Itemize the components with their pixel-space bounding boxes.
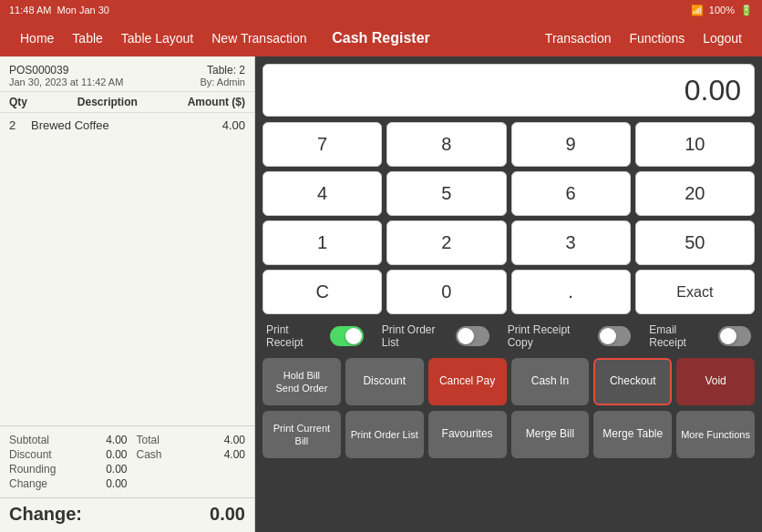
col-amount: Amount ($): [188, 96, 245, 108]
key-6[interactable]: 6: [511, 171, 631, 216]
item-desc: Brewed Coffee: [27, 118, 222, 132]
nav-table-layout[interactable]: Table Layout: [112, 20, 202, 56]
receipt-column-headers: Qty Description Amount ($): [0, 92, 254, 113]
merge-table-button[interactable]: Merge Table: [593, 411, 672, 458]
key-decimal[interactable]: .: [511, 270, 631, 314]
top-nav: Home Table Table Layout New Transaction …: [0, 20, 762, 56]
change2-label: [128, 463, 187, 476]
key-10[interactable]: 10: [635, 122, 755, 167]
nav-logout[interactable]: Logout: [694, 20, 751, 56]
rounding-label: Rounding: [9, 463, 68, 476]
key-1[interactable]: 1: [263, 220, 382, 265]
receipt-panel: POS000039 Table: 2 Jan 30, 2023 at 11:42…: [0, 56, 255, 532]
nav-transaction[interactable]: Transaction: [536, 20, 621, 56]
receipt-items-list: 2 Brewed Coffee 4.00: [0, 113, 254, 425]
time: 11:48 AM: [9, 5, 51, 15]
subtotal-value: 4.00: [68, 434, 128, 446]
toggles-row: Print Receipt Print Order List Print Rec…: [263, 320, 755, 353]
void-button[interactable]: Void: [676, 358, 755, 405]
discount-label: Discount: [9, 448, 68, 461]
col-description: Description: [77, 96, 138, 108]
print-current-bill-button[interactable]: Print Current Bill: [263, 411, 341, 458]
print-order-list-label: Print Order List: [382, 323, 448, 349]
favourites-button[interactable]: Favourites: [428, 411, 507, 458]
key-4[interactable]: 4: [263, 171, 382, 216]
discount-value: 0.00: [68, 448, 128, 461]
toggle-print-order-list: Print Order List: [382, 323, 489, 349]
col-qty: Qty: [9, 96, 27, 108]
toggle-print-receipt-copy: Print Receipt Copy: [508, 323, 632, 349]
app-title: Cash Register: [332, 30, 430, 46]
status-bar: 11:48 AM Mon Jan 30 📶 100% 🔋: [0, 0, 762, 20]
print-receipt-label: Print Receipt: [266, 323, 323, 349]
toggle-email-receipt: Email Receipt: [649, 323, 751, 349]
change-label: Change:: [9, 504, 82, 525]
key-2[interactable]: 2: [386, 220, 506, 265]
key-50[interactable]: 50: [635, 220, 755, 265]
total-label: Total: [128, 434, 187, 446]
key-exact[interactable]: Exact: [635, 270, 755, 314]
item-amount: 4.00: [222, 118, 245, 132]
total-value: 4.00: [186, 434, 245, 446]
receipt-datetime: Jan 30, 2023 at 11:42 AM: [9, 77, 123, 87]
nav-home[interactable]: Home: [11, 20, 63, 56]
table-number: Table: 2: [207, 64, 245, 77]
action-buttons-row1: Hold BillSend Order Discount Cancel Pay …: [263, 358, 755, 405]
amount-display: 0.00: [263, 64, 755, 117]
receipt-header: POS000039 Table: 2 Jan 30, 2023 at 11:42…: [0, 56, 254, 92]
receipt-by: By: Admin: [200, 77, 245, 87]
display-value: 0.00: [685, 74, 741, 107]
date: Mon Jan 30: [57, 5, 108, 15]
more-functions-button[interactable]: More Functions: [676, 411, 755, 458]
hold-bill-send-order-button[interactable]: Hold BillSend Order: [263, 358, 341, 405]
change-amount: 0.00: [210, 504, 245, 525]
key-5[interactable]: 5: [386, 171, 506, 216]
right-panel: 0.00 7 8 9 10 4 5 6 20 1 2 3 50 C 0 . Ex…: [255, 56, 762, 532]
email-receipt-toggle[interactable]: [718, 326, 751, 346]
keypad: 7 8 9 10 4 5 6 20 1 2 3 50 C 0 . Exact: [263, 122, 755, 314]
nav-functions[interactable]: Functions: [620, 20, 694, 56]
change3-value: 0.00: [68, 477, 128, 490]
print-order-list-button[interactable]: Print Order List: [345, 411, 424, 458]
receipt-totals: Subtotal 4.00 Total 4.00 Discount 0.00 C…: [0, 425, 254, 497]
key-8[interactable]: 8: [386, 122, 506, 167]
subtotal-label: Subtotal: [9, 434, 68, 446]
nav-new-transaction[interactable]: New Transaction: [202, 20, 315, 56]
email-receipt-label: Email Receipt: [649, 323, 710, 349]
change3-label: Change: [9, 477, 68, 490]
main-layout: POS000039 Table: 2 Jan 30, 2023 at 11:42…: [0, 56, 762, 532]
key-clear[interactable]: C: [263, 270, 382, 314]
key-3[interactable]: 3: [511, 220, 631, 265]
print-order-list-toggle[interactable]: [456, 326, 489, 346]
discount-button[interactable]: Discount: [345, 358, 424, 405]
print-receipt-copy-label: Print Receipt Copy: [508, 323, 591, 349]
cash-label: Cash: [128, 448, 187, 461]
change-display: Change: 0.00: [0, 497, 254, 532]
key-0[interactable]: 0: [386, 270, 506, 314]
merge-bill-button[interactable]: Merge Bill: [511, 411, 590, 458]
cancel-pay-button[interactable]: Cancel Pay: [428, 358, 507, 405]
key-20[interactable]: 20: [635, 171, 755, 216]
print-receipt-copy-toggle[interactable]: [598, 326, 631, 346]
battery-icon: 🔋: [740, 5, 753, 16]
cash-in-button[interactable]: Cash In: [511, 358, 590, 405]
key-9[interactable]: 9: [511, 122, 631, 167]
key-7[interactable]: 7: [263, 122, 382, 167]
nav-table[interactable]: Table: [63, 20, 111, 56]
receipt-item-row: 2 Brewed Coffee 4.00: [9, 117, 245, 134]
toggle-print-receipt: Print Receipt: [266, 323, 364, 349]
rounding-value: 0.00: [68, 463, 128, 476]
print-receipt-toggle[interactable]: [330, 326, 363, 346]
wifi-icon: 📶: [691, 5, 704, 16]
pos-number: POS000039: [9, 64, 68, 77]
item-qty: 2: [9, 118, 27, 132]
battery-level: 100%: [709, 5, 735, 15]
action-buttons-row2: Print Current Bill Print Order List Favo…: [263, 411, 755, 458]
change2-value: [186, 463, 245, 476]
cash-value: 4.00: [186, 448, 245, 461]
checkout-button[interactable]: Checkout: [593, 358, 672, 405]
